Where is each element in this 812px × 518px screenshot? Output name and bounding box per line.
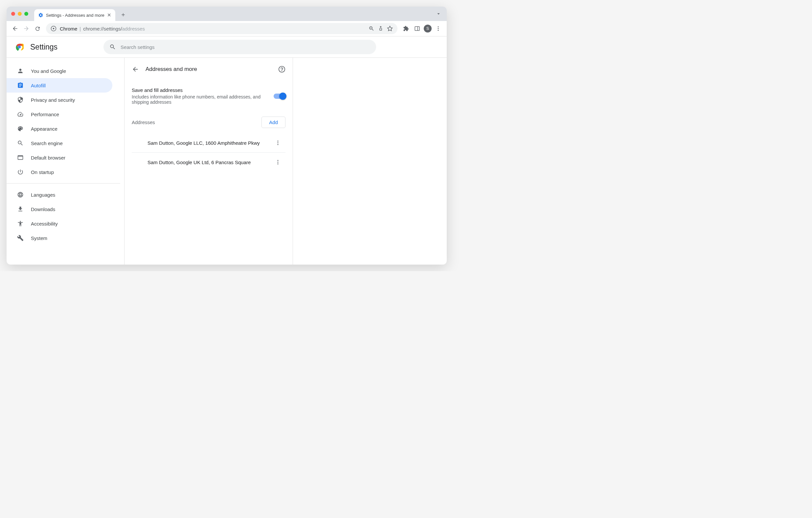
sidebar-label: On startup bbox=[31, 170, 54, 175]
download-icon bbox=[17, 206, 24, 212]
wrench-icon bbox=[17, 235, 24, 241]
sidebar-label: Default browser bbox=[31, 155, 65, 160]
address-actions-button[interactable] bbox=[273, 139, 282, 147]
browser-window: Settings - Addresses and more ✕ Chrome | bbox=[6, 6, 447, 265]
sidebar-item-languages[interactable]: Languages bbox=[6, 187, 112, 202]
new-tab-button[interactable] bbox=[119, 11, 127, 19]
browser-icon bbox=[17, 154, 24, 161]
sidebar-item-accessibility[interactable]: Accessibility bbox=[6, 216, 112, 231]
url-page: addresses bbox=[122, 26, 145, 32]
addresses-label: Addresses bbox=[132, 120, 261, 125]
page-header: Addresses and more bbox=[132, 66, 286, 73]
profile-avatar[interactable]: S bbox=[424, 25, 432, 32]
sidebar-label: Downloads bbox=[31, 207, 55, 212]
svg-point-13 bbox=[278, 143, 279, 144]
svg-point-17 bbox=[278, 163, 279, 164]
share-icon[interactable] bbox=[378, 26, 384, 32]
save-fill-toggle[interactable] bbox=[273, 94, 286, 99]
back-button[interactable] bbox=[10, 24, 20, 33]
addresses-section-header: Addresses Add bbox=[132, 117, 286, 128]
sidebar-item-downloads[interactable]: Downloads bbox=[6, 202, 112, 216]
window-controls bbox=[11, 12, 28, 16]
content-area: Addresses and more Save and fill address… bbox=[124, 58, 293, 265]
browser-tab[interactable]: Settings - Addresses and more ✕ bbox=[34, 9, 115, 21]
tab-title: Settings - Addresses and more bbox=[46, 13, 105, 18]
close-window-button[interactable] bbox=[11, 12, 15, 16]
svg-rect-2 bbox=[415, 27, 419, 31]
sidebar-item-on-startup[interactable]: On startup bbox=[6, 165, 112, 179]
address-actions-button[interactable] bbox=[273, 158, 282, 166]
page-title: Addresses and more bbox=[146, 66, 272, 72]
gear-icon bbox=[38, 12, 44, 18]
sidebar-item-you-and-google[interactable]: You and Google bbox=[6, 64, 112, 78]
forward-button[interactable] bbox=[22, 24, 31, 33]
setting-title: Save and fill addresses bbox=[132, 87, 273, 93]
sidebar-item-default-browser[interactable]: Default browser bbox=[6, 150, 112, 165]
bookmark-icon[interactable] bbox=[387, 26, 393, 32]
close-tab-button[interactable]: ✕ bbox=[107, 12, 111, 18]
sidebar-item-system[interactable]: System bbox=[6, 231, 112, 245]
url-chrome-label: Chrome bbox=[60, 26, 77, 32]
address-text: Sam Dutton, Google UK Ltd, 6 Pancras Squ… bbox=[147, 159, 273, 165]
setting-description: Includes information like phone numbers,… bbox=[132, 94, 273, 105]
save-fill-addresses-row: Save and fill addresses Includes informa… bbox=[132, 87, 286, 105]
titlebar: Settings - Addresses and more ✕ bbox=[6, 6, 447, 21]
sidebar: You and Google Autofill Privacy and secu… bbox=[6, 58, 124, 265]
url-path: settings/ bbox=[104, 26, 122, 32]
tabs-dropdown-button[interactable] bbox=[436, 11, 441, 17]
browser-toolbar: Chrome | chrome:// settings/ addresses bbox=[6, 21, 447, 36]
add-address-button[interactable]: Add bbox=[261, 117, 286, 128]
sidebar-label: Performance bbox=[31, 112, 59, 117]
clipboard-icon bbox=[17, 82, 24, 89]
svg-point-14 bbox=[278, 144, 279, 145]
shield-icon bbox=[17, 96, 24, 103]
address-bar[interactable]: Chrome | chrome:// settings/ addresses bbox=[46, 23, 398, 34]
sidebar-label: Autofill bbox=[31, 83, 46, 88]
url-scheme: chrome:// bbox=[83, 26, 104, 32]
sidepanel-button[interactable] bbox=[412, 24, 422, 33]
minimize-window-button[interactable] bbox=[18, 12, 22, 16]
accessibility-icon bbox=[17, 220, 24, 227]
sidebar-label: Languages bbox=[31, 192, 55, 197]
search-settings-box[interactable] bbox=[104, 40, 376, 54]
reload-button[interactable] bbox=[33, 24, 42, 33]
svg-point-5 bbox=[438, 28, 439, 29]
settings-body: You and Google Autofill Privacy and secu… bbox=[6, 58, 447, 265]
sidebar-label: You and Google bbox=[31, 68, 66, 74]
site-info-icon[interactable] bbox=[51, 26, 57, 32]
back-arrow-button[interactable] bbox=[132, 66, 139, 73]
address-row[interactable]: Sam Dutton, Google UK Ltd, 6 Pancras Squ… bbox=[132, 153, 286, 172]
globe-icon bbox=[17, 191, 24, 198]
svg-point-12 bbox=[278, 141, 279, 142]
sidebar-label: Privacy and security bbox=[31, 97, 75, 103]
chrome-menu-button[interactable] bbox=[434, 24, 443, 33]
sidebar-label: Search engine bbox=[31, 141, 63, 146]
power-icon bbox=[17, 169, 24, 175]
sidebar-item-autofill[interactable]: Autofill bbox=[6, 78, 112, 93]
sidebar-label: Accessibility bbox=[31, 221, 58, 226]
svg-point-6 bbox=[438, 30, 439, 31]
search-settings-input[interactable] bbox=[120, 44, 370, 50]
sidebar-label: Appearance bbox=[31, 126, 57, 132]
chrome-logo-icon bbox=[15, 43, 24, 51]
sidebar-item-search-engine[interactable]: Search engine bbox=[6, 136, 112, 150]
sidebar-item-appearance[interactable]: Appearance bbox=[6, 121, 112, 136]
address-list: Sam Dutton, Google LLC, 1600 Amphitheatr… bbox=[132, 133, 286, 172]
person-icon bbox=[17, 68, 24, 74]
svg-point-15 bbox=[278, 160, 279, 161]
sidebar-item-performance[interactable]: Performance bbox=[6, 107, 112, 121]
extensions-button[interactable] bbox=[401, 24, 411, 33]
help-button[interactable] bbox=[278, 66, 286, 73]
palette-icon bbox=[17, 125, 24, 132]
search-icon bbox=[17, 140, 24, 146]
speedometer-icon bbox=[17, 111, 24, 118]
svg-point-1 bbox=[53, 28, 55, 30]
address-row[interactable]: Sam Dutton, Google LLC, 1600 Amphitheatr… bbox=[132, 133, 286, 153]
svg-point-16 bbox=[278, 162, 279, 163]
settings-header: Settings bbox=[6, 36, 447, 58]
zoom-icon[interactable] bbox=[369, 26, 374, 32]
maximize-window-button[interactable] bbox=[24, 12, 28, 16]
avatar-letter: S bbox=[426, 26, 429, 31]
sidebar-item-privacy[interactable]: Privacy and security bbox=[6, 93, 112, 107]
url-text: Chrome | chrome:// settings/ addresses bbox=[60, 26, 365, 32]
